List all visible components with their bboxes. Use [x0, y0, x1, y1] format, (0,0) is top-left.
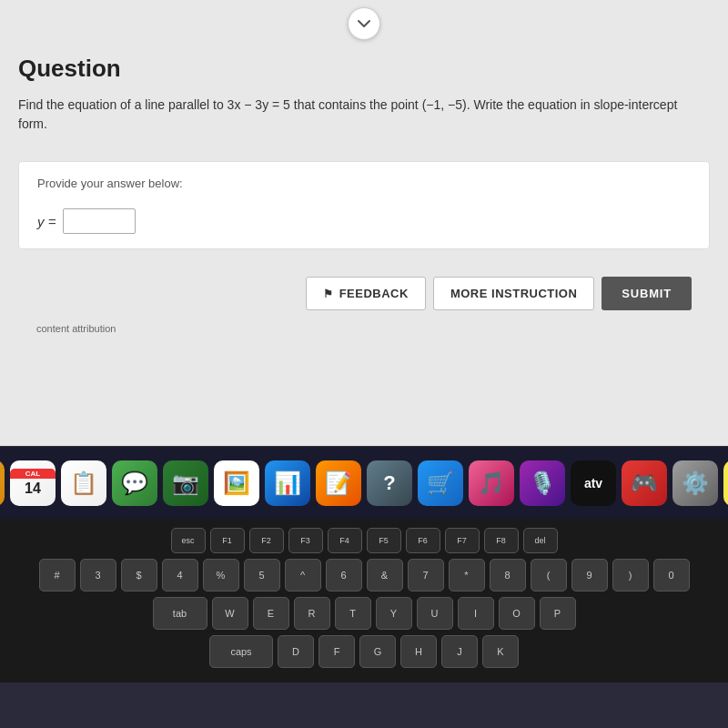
key-p[interactable]: P — [540, 597, 576, 630]
dock-icon-help[interactable]: ? — [367, 460, 412, 506]
key-dollar[interactable]: $ — [121, 559, 157, 592]
key-0[interactable]: 0 — [653, 559, 690, 592]
dock-icon-numbers[interactable]: 📊 — [265, 460, 310, 506]
key-f[interactable]: F — [318, 635, 355, 668]
main-content: Question Find the equation of a line par… — [0, 0, 728, 446]
feedback-label: FEEDBACK — [339, 287, 409, 300]
dock-icon-game[interactable]: 🎮 — [622, 460, 667, 506]
key-u[interactable]: U — [417, 597, 453, 630]
key-f9[interactable]: del — [523, 528, 558, 553]
key-caret[interactable]: ^ — [285, 559, 321, 592]
dock-icon-stickies[interactable]: 📌 — [723, 460, 728, 506]
key-star[interactable]: * — [449, 559, 485, 592]
answer-input[interactable] — [63, 208, 136, 234]
key-4[interactable]: 4 — [162, 559, 198, 592]
keyboard-area: esc F1 F2 F3 F4 F5 F6 F7 F8 del # 3 $ 4 … — [0, 519, 728, 682]
dock-icon-notes[interactable]: 📦 — [0, 460, 5, 506]
key-7[interactable]: 7 — [408, 559, 444, 592]
key-f4[interactable]: F4 — [328, 528, 362, 553]
key-g[interactable]: G — [359, 635, 396, 668]
key-f5[interactable]: F5 — [367, 528, 401, 553]
dock-icon-facetime[interactable]: 📷 — [163, 460, 208, 506]
dock-icon-messages[interactable]: 💬 — [112, 460, 157, 506]
keyboard-asdf-row: caps D F G H J K — [18, 635, 710, 668]
keyboard-num-row: # 3 $ 4 % 5 ^ 6 & 7 * 8 ( 9 ) 0 — [18, 559, 710, 592]
key-5[interactable]: 5 — [244, 559, 280, 592]
dock-icon-pages[interactable]: 📝 — [316, 460, 361, 506]
key-amp[interactable]: & — [367, 559, 403, 592]
key-6[interactable]: 6 — [326, 559, 362, 592]
chevron-button[interactable] — [348, 7, 380, 40]
dock-icon-settings[interactable]: ⚙️ — [672, 460, 718, 506]
key-w[interactable]: W — [212, 597, 248, 630]
more-instruction-button[interactable]: MORE INSTRUCTION — [433, 277, 594, 310]
key-rparen[interactable]: ) — [612, 559, 649, 592]
dock-icon-reminders[interactable]: 📋 — [61, 460, 106, 506]
key-lparen[interactable]: ( — [531, 559, 567, 592]
key-f6[interactable]: F6 — [406, 528, 440, 553]
key-8[interactable]: 8 — [490, 559, 526, 592]
key-i[interactable]: I — [458, 597, 494, 630]
content-attribution: content attribution — [18, 319, 710, 338]
key-k[interactable]: K — [482, 635, 519, 668]
key-y[interactable]: Y — [376, 597, 412, 630]
key-f8[interactable]: F8 — [484, 528, 519, 553]
feedback-button[interactable]: ⚑ FEEDBACK — [306, 277, 426, 310]
submit-button[interactable]: SUBMIT — [602, 277, 692, 310]
key-j[interactable]: J — [441, 635, 478, 668]
y-label: y = — [37, 214, 56, 229]
key-caps[interactable]: caps — [209, 635, 273, 668]
key-tab[interactable]: tab — [153, 597, 207, 630]
key-h[interactable]: H — [400, 635, 437, 668]
buttons-row: ⚑ FEEDBACK MORE INSTRUCTION SUBMIT — [18, 268, 710, 319]
key-3[interactable]: 3 — [80, 559, 116, 592]
dock-icon-calendar[interactable]: CAL 14 — [10, 460, 56, 506]
key-d[interactable]: D — [278, 635, 314, 668]
key-esc[interactable]: esc — [171, 528, 206, 553]
key-t[interactable]: T — [335, 597, 371, 630]
dock-area: 🗺️ 📦 CAL 14 📋 💬 📷 🖼️ 📊 📝 ? 🛒 🎵 🎙️ atv 🎮 … — [0, 446, 728, 519]
dock-icon-music[interactable]: 🎵 — [469, 460, 514, 506]
key-f1[interactable]: F1 — [210, 528, 245, 553]
equation-row: y = — [37, 208, 691, 234]
question-panel: Question Find the equation of a line par… — [0, 0, 728, 446]
key-f2[interactable]: F2 — [249, 528, 284, 553]
key-e[interactable]: E — [253, 597, 289, 630]
key-r[interactable]: R — [294, 597, 330, 630]
dock-icon-photos[interactable]: 🖼️ — [214, 460, 259, 506]
answer-area: Provide your answer below: y = — [18, 161, 710, 249]
keyboard-fn-row: esc F1 F2 F3 F4 F5 F6 F7 F8 del — [18, 528, 710, 553]
dock-icon-podcasts[interactable]: 🎙️ — [520, 460, 565, 506]
dock-icon-appstore[interactable]: 🛒 — [418, 460, 463, 506]
key-f7[interactable]: F7 — [445, 528, 480, 553]
key-hash[interactable]: # — [39, 559, 76, 592]
question-text: Find the equation of a line parallel to … — [18, 96, 710, 134]
flag-icon: ⚑ — [323, 288, 334, 300]
question-title: Question — [18, 55, 710, 83]
key-9[interactable]: 9 — [571, 559, 608, 592]
key-f3[interactable]: F3 — [288, 528, 323, 553]
answer-prompt: Provide your answer below: — [37, 177, 691, 190]
keyboard-qwerty-row: tab W E R T Y U I O P — [18, 597, 710, 630]
key-percent[interactable]: % — [203, 559, 239, 592]
key-o[interactable]: O — [499, 597, 535, 630]
dock-icon-appletv[interactable]: atv — [571, 460, 616, 506]
